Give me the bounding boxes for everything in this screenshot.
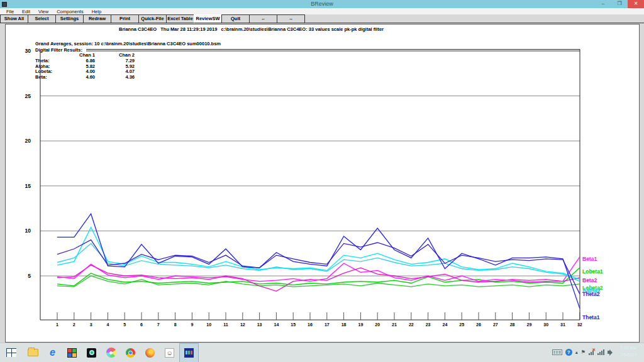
menu-bar: File Edit View Components Help [0, 8, 644, 14]
x-tick-label: 13 [257, 322, 262, 327]
camera-lens-icon [87, 348, 96, 358]
clock-date: 7/5/2019 [614, 351, 643, 358]
x-tick-label: 21 [392, 322, 397, 327]
chart-window: Brianna C3C4EO Thu Mar 28 11:29:19 2019 … [5, 24, 640, 343]
menu-view[interactable]: View [38, 9, 48, 14]
minimize-button[interactable]: – [595, 0, 611, 8]
series-alpha1 [57, 228, 580, 280]
internet-explorer-icon: e [50, 348, 55, 358]
volume-icon[interactable] [608, 349, 613, 356]
x-tick-label: 19 [358, 322, 364, 327]
help-icon[interactable]: ? [565, 349, 572, 356]
x-tick-label: 12 [240, 322, 245, 327]
review-sw-button[interactable]: ReviewSW [194, 14, 222, 23]
menu-edit[interactable]: Edit [22, 9, 30, 14]
keyboard-icon[interactable] [552, 349, 562, 355]
forward-arrow-button[interactable]: → [277, 14, 305, 23]
folder-icon [28, 349, 38, 356]
taskbar-firefox[interactable] [140, 343, 160, 362]
title-bar[interactable]: BReview – ❐ ✕ [0, 0, 644, 8]
action-center-icon[interactable]: ⚑ [581, 349, 586, 355]
x-tick-label: 7 [157, 322, 160, 327]
y-tick-label: 25 [25, 93, 31, 99]
select-button[interactable]: Select [28, 14, 56, 23]
show-all-button[interactable]: Show All [0, 14, 28, 23]
y-tick-label: 30 [25, 48, 31, 54]
x-tick-label: 29 [527, 322, 532, 327]
x-tick-label: 1 [56, 322, 58, 327]
chevron-up-icon[interactable]: ▴ [575, 349, 578, 355]
x-tick-label: 20 [375, 322, 380, 327]
taskbar-sketch-app[interactable]: ☺ [160, 343, 179, 362]
taskbar-breview-active[interactable] [179, 343, 199, 362]
excel-table-button[interactable]: Excel Table [166, 14, 194, 23]
x-tick-label: 3 [90, 322, 92, 327]
x-tick-label: 2 [73, 322, 75, 327]
y-tick-label: 5 [28, 273, 31, 279]
start-button[interactable] [1, 343, 21, 362]
x-tick-label: 16 [308, 322, 313, 327]
taskbar-media-app[interactable] [82, 343, 101, 362]
back-arrow-button[interactable]: ← [249, 14, 277, 23]
x-tick-label: 25 [459, 322, 464, 327]
legend-beta1: Beta1 [582, 256, 597, 262]
chrome-icon [126, 348, 135, 358]
maximize-button[interactable]: ❐ [611, 0, 628, 8]
menu-file[interactable]: File [6, 9, 14, 14]
x-tick-label: 22 [409, 322, 414, 327]
taskbar-internet-explorer[interactable]: e [43, 343, 62, 362]
close-button[interactable]: ✕ [628, 0, 644, 8]
photo-mosaic-icon [67, 348, 77, 358]
x-tick-label: 18 [341, 322, 347, 327]
system-tray: ? ▴ ⚑ ✕ [552, 343, 613, 362]
breview-icon [184, 348, 194, 358]
x-tick-label: 8 [174, 322, 177, 327]
toolbar: Show All Select Settings Redraw Print Qu… [0, 14, 644, 23]
legend-theta1: Theta1 [582, 314, 600, 321]
x-tick-label: 6 [140, 322, 143, 327]
x-tick-label: 5 [123, 322, 126, 327]
x-tick-label: 30 [543, 322, 548, 327]
y-tick-label: 10 [25, 228, 31, 234]
window-title: BReview [0, 0, 644, 8]
clock-time: 9:39 AM [614, 344, 643, 351]
x-tick-label: 27 [493, 322, 498, 327]
x-tick-label: 24 [443, 322, 448, 327]
x-tick-label: 26 [476, 322, 481, 327]
x-tick-label: 17 [325, 322, 330, 327]
signal-bars-icon[interactable] [597, 349, 604, 355]
legend-beta2: Beta2 [582, 277, 597, 283]
taskbar: e ☺ [0, 343, 644, 362]
legend-lobeta1: Lobeta1 [582, 268, 603, 275]
x-tick-label: 15 [291, 322, 296, 327]
firefox-icon [145, 348, 155, 358]
x-tick-label: 11 [223, 322, 228, 327]
settings-button[interactable]: Settings [55, 14, 84, 23]
face-sketch-icon: ☺ [165, 348, 174, 358]
menu-help[interactable]: Help [92, 9, 101, 14]
legend-theta2: Theta2 [582, 291, 600, 297]
redraw-button[interactable]: Redraw [83, 14, 111, 23]
menu-components[interactable]: Components [57, 9, 84, 14]
taskbar-file-explorer[interactable] [23, 343, 43, 362]
disc-icon [106, 348, 116, 358]
windows-logo-icon [6, 348, 16, 357]
quit-button[interactable]: Quit [221, 14, 250, 23]
x-tick-label: 23 [426, 322, 431, 327]
taskbar-photo-app[interactable] [62, 343, 82, 362]
x-tick-label: 10 [206, 322, 211, 327]
quick-file-button[interactable]: Quick-File [138, 14, 167, 23]
x-tick-label: 9 [191, 322, 193, 327]
x-tick-label: 32 [577, 322, 582, 327]
x-tick-label: 31 [560, 322, 565, 327]
taskbar-clock[interactable]: 9:39 AM 7/5/2019 [614, 344, 643, 358]
x-tick-label: 4 [106, 322, 109, 327]
print-button[interactable]: Print [111, 14, 139, 23]
taskbar-chrome[interactable] [121, 343, 140, 362]
x-tick-label: 28 [510, 322, 515, 327]
y-tick-label: 15 [25, 183, 31, 189]
taskbar-disc-app[interactable] [101, 343, 121, 362]
y-tick-label: 20 [25, 138, 31, 144]
network-error-icon[interactable]: ✕ [589, 349, 594, 355]
line-chart: 5101520253012345678910111213141516171819… [6, 25, 640, 343]
